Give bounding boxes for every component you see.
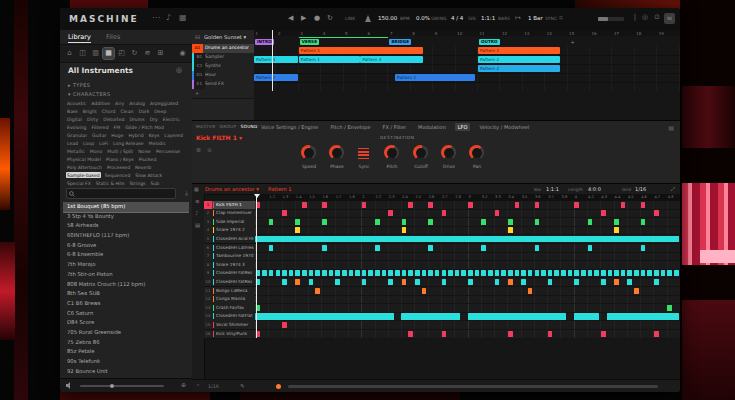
step-cell[interactable]	[601, 279, 606, 285]
record-icon[interactable]: ●	[314, 14, 320, 22]
step-cell[interactable]	[667, 305, 672, 311]
step-cell[interactable]	[481, 219, 486, 225]
character-tag[interactable]: Bright	[82, 108, 98, 114]
step-cell[interactable]	[641, 219, 646, 225]
step-span[interactable]	[574, 313, 599, 320]
step-cell[interactable]	[574, 270, 579, 276]
browser-result-item[interactable]: 60INTHEFLO (117 bpm)	[63, 231, 189, 241]
step-cell[interactable]	[495, 270, 500, 276]
step-cell[interactable]	[295, 270, 300, 276]
step-cell[interactable]	[654, 279, 659, 285]
character-tag[interactable]: Distorted	[102, 116, 125, 122]
channel-tab-master[interactable]: MASTER	[196, 124, 216, 129]
settings-icon[interactable]: ⊙	[654, 13, 660, 21]
prehear-speaker-icon[interactable]	[66, 382, 74, 389]
step-cell[interactable]	[468, 270, 473, 276]
step-cell[interactable]	[408, 331, 413, 337]
sound-row[interactable]: 16Kick VinylPunk	[204, 330, 255, 340]
arranger-clip[interactable]: Pattern 1	[299, 56, 360, 64]
step-cell[interactable]	[661, 270, 666, 276]
keyboard-view-icon[interactable]: ▤	[195, 222, 200, 228]
step-cell[interactable]	[315, 270, 320, 276]
fx-icon[interactable]: ⊞	[155, 48, 166, 59]
step-cell[interactable]	[561, 270, 566, 276]
types-section[interactable]: ▸ TYPES	[68, 82, 90, 88]
step-cell[interactable]	[428, 270, 433, 276]
character-tag[interactable]: Granular	[66, 132, 88, 138]
step-cell[interactable]	[515, 270, 520, 276]
step-cell[interactable]	[368, 270, 373, 276]
step-cell[interactable]	[309, 279, 314, 285]
step-cell[interactable]	[548, 279, 553, 285]
step-cell[interactable]	[362, 202, 367, 208]
step-cell[interactable]	[442, 210, 447, 216]
step-cell[interactable]	[322, 270, 327, 276]
browser-result-item[interactable]: 6-8 Groove	[63, 241, 189, 251]
count-in-icon[interactable]: ⌗	[559, 14, 563, 22]
step-cell[interactable]	[641, 270, 646, 276]
knob-phase[interactable]	[329, 145, 344, 160]
browser-result-item[interactable]: 7th Stir-on Piston	[63, 270, 189, 280]
arranger-clip[interactable]: Pattern 2	[478, 65, 560, 73]
step-cell[interactable]	[422, 288, 427, 294]
browser-result-item[interactable]: 58 Airheads	[63, 221, 189, 231]
character-tag[interactable]: Guitar	[91, 132, 107, 138]
character-tag[interactable]: Evolving	[66, 124, 88, 130]
arranger-playhead[interactable]	[272, 30, 273, 91]
tab-files[interactable]: Files	[106, 33, 120, 41]
character-tag[interactable]: LoFi	[98, 140, 109, 146]
add-scene-button[interactable]: +	[571, 39, 575, 45]
character-tag[interactable]: Sample-based	[66, 172, 101, 178]
step-cell[interactable]	[488, 270, 493, 276]
collapse-icon[interactable]: ⌃	[196, 383, 200, 389]
loop-icon[interactable]: ↻	[327, 14, 333, 22]
plugin-page-tab[interactable]: Velocity / Modwheel	[476, 123, 532, 131]
character-tag[interactable]: FM	[113, 124, 122, 130]
knob-drive[interactable]	[441, 145, 456, 160]
character-tag[interactable]: Percussive	[155, 148, 181, 154]
step-cell[interactable]	[554, 270, 559, 276]
step-cell[interactable]	[322, 219, 327, 225]
character-tag[interactable]: Strings	[128, 180, 146, 186]
step-cell[interactable]	[594, 270, 599, 276]
character-tag[interactable]: Airy	[114, 100, 125, 106]
sync-stepper[interactable]	[358, 148, 369, 159]
step-cell[interactable]	[422, 270, 427, 276]
oneshots-icon[interactable]: ≋	[142, 48, 153, 59]
step-cell[interactable]	[408, 270, 413, 276]
knob-pan[interactable]	[469, 145, 484, 160]
group-row[interactable]: +	[192, 89, 254, 99]
browser-result-item[interactable]: 6-8 Ensemble	[63, 250, 189, 260]
step-cell[interactable]	[269, 270, 274, 276]
arranger-clip[interactable]: Pattern 2	[254, 74, 298, 82]
step-cell[interactable]	[535, 270, 540, 276]
link-toggle[interactable]: LINK	[345, 16, 355, 21]
character-tag[interactable]: Glide / Pitch Mod	[124, 124, 165, 130]
step-span[interactable]	[607, 313, 679, 320]
character-tag[interactable]: Processed	[106, 164, 131, 170]
step-cell[interactable]	[415, 279, 420, 285]
step-cell[interactable]	[535, 202, 540, 208]
step-cell[interactable]	[329, 270, 334, 276]
step-cell[interactable]	[355, 270, 360, 276]
step-cell[interactable]	[548, 270, 553, 276]
browser-result-item[interactable]: 705 Rural Greenside	[63, 328, 189, 338]
character-tag[interactable]: Dirty	[86, 116, 99, 122]
position-value[interactable]: 1:1:1	[546, 186, 559, 192]
step-cell[interactable]	[315, 288, 320, 294]
step-cell[interactable]	[468, 202, 473, 208]
scene-header[interactable]: OUTRO	[479, 39, 500, 45]
scene-header[interactable]: VERSE	[300, 39, 319, 45]
step-cell[interactable]	[282, 270, 287, 276]
step-cell[interactable]	[548, 331, 553, 337]
accent-step-cell[interactable]	[402, 279, 407, 285]
controller-indicator-icon[interactable]: ◎	[642, 13, 648, 21]
arranger-clip[interactable]: Pattern 2	[478, 56, 560, 64]
plugin-page-tab[interactable]: LFO	[455, 123, 471, 131]
step-cell[interactable]	[528, 270, 533, 276]
step-cell[interactable]	[402, 227, 407, 233]
step-cell[interactable]	[322, 202, 327, 208]
user-icon[interactable]: ◉	[177, 48, 188, 59]
step-cell[interactable]	[295, 219, 300, 225]
character-tag[interactable]: Layered	[163, 132, 183, 138]
